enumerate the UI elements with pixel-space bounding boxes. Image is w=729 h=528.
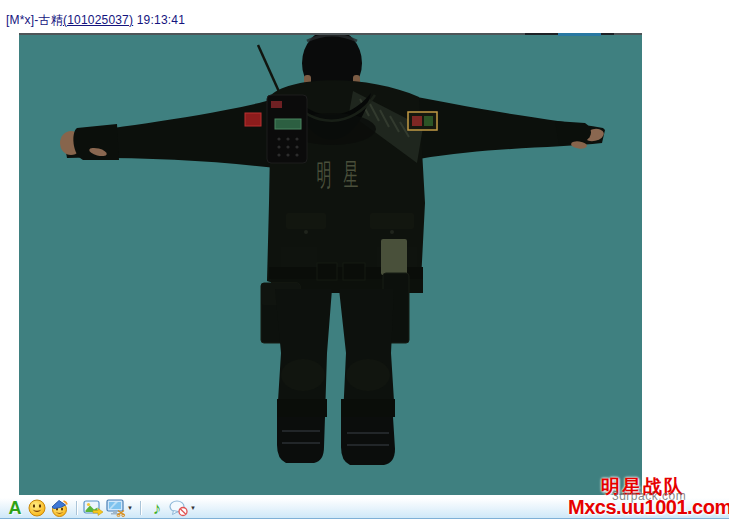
- back-text-right: 星: [344, 158, 359, 191]
- send-image-icon: [83, 499, 104, 517]
- send-image-button[interactable]: [83, 499, 104, 518]
- screen-capture-button[interactable]: ▼: [106, 499, 133, 518]
- character-model-drawing: 明 星: [19, 33, 642, 495]
- chat-bubble-block-icon: [169, 500, 189, 517]
- image-top-border-dark-segment: [525, 33, 558, 35]
- message-header: [M*x]-古精(101025037) 19:13:41: [6, 12, 185, 29]
- image-top-border-blue-segment: [558, 33, 601, 36]
- qq-chat-window: [M*x]-古精(101025037) 19:13:41: [0, 0, 729, 528]
- music-note-icon: ♪: [153, 500, 162, 517]
- magic-smiley-icon: [50, 499, 69, 517]
- watermark-site-url: Mxcs.uu1001.com: [568, 496, 729, 519]
- back-text-left: 明: [317, 158, 332, 191]
- magic-emoticon-button[interactable]: [49, 499, 69, 518]
- font-format-button[interactable]: A: [5, 499, 25, 518]
- audio-button[interactable]: ♪: [147, 499, 167, 518]
- message-input-area[interactable]: [0, 520, 729, 528]
- message-filter-button[interactable]: ▼: [169, 499, 196, 518]
- screen-capture-dropdown-icon: ▼: [127, 505, 133, 511]
- sender-qq-number-link[interactable]: (101025037): [63, 13, 133, 27]
- toolbar-separator: [140, 501, 142, 515]
- font-format-icon: A: [9, 499, 22, 517]
- image-top-border-dark-segment2: [601, 33, 614, 35]
- emoticon-button[interactable]: [27, 499, 47, 518]
- message-timestamp: 19:13:41: [133, 13, 185, 27]
- toolbar-separator: [76, 501, 78, 515]
- message-filter-dropdown-icon: ▼: [190, 505, 196, 511]
- pasted-model-image[interactable]: 明 星: [19, 33, 642, 495]
- screen-capture-icon: [106, 499, 126, 517]
- sender-name: [M*x]-古精: [6, 13, 63, 27]
- smiley-icon: [28, 499, 46, 517]
